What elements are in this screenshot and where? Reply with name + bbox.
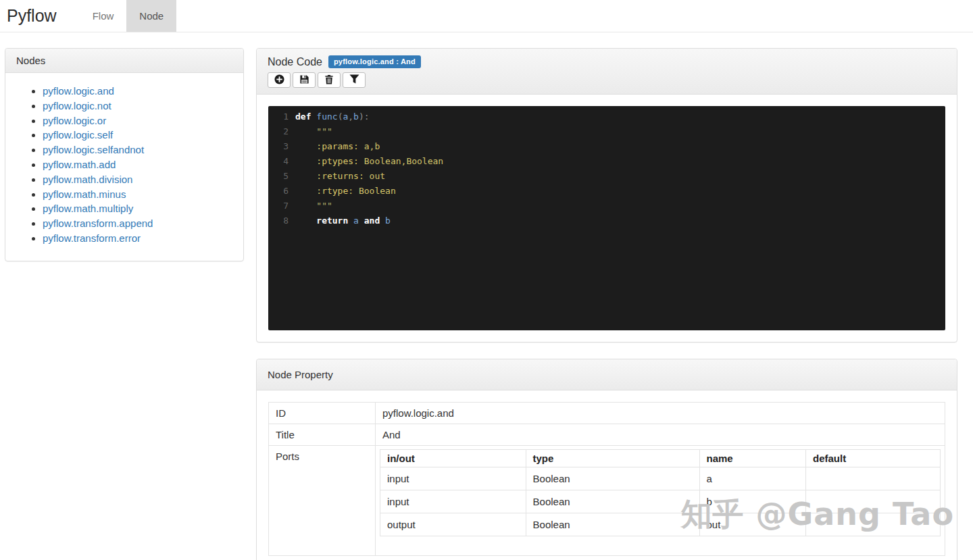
node-link[interactable]: pyflow.transform.append: [43, 218, 153, 229]
ports-row: inputBooleana: [380, 467, 941, 490]
ports-col-header: name: [699, 450, 806, 467]
ports-cell-value: output: [380, 513, 526, 536]
ports-cell-value: Boolean: [526, 490, 699, 513]
ports-col-header: type: [526, 450, 699, 467]
node-property-body: ID pyflow.logic.and Title And Ports in/o…: [257, 390, 957, 560]
code-line: 7 """: [268, 199, 945, 213]
node-code-body: 1def func(a,b):2 """3 :params: a,b4 :pty…: [257, 95, 957, 342]
code-line: 1def func(a,b):: [268, 109, 945, 124]
ports-table-head: in/outtypenamedefault: [380, 450, 941, 467]
code-editor[interactable]: 1def func(a,b):2 """3 :params: a,b4 :pty…: [268, 106, 945, 330]
node-link[interactable]: pyflow.logic.and: [43, 85, 114, 97]
main-layout: Nodes pyflow.logic.andpyflow.logic.notpy…: [0, 32, 973, 560]
line-number: 2: [268, 124, 289, 139]
node-property-title: Node Property: [257, 359, 957, 390]
code-line: 2 """: [268, 124, 945, 139]
ports-cell-value: [806, 467, 941, 490]
ports-cell: in/outtypenamedefault inputBooleanainput…: [376, 446, 945, 556]
node-id-badge: pyflow.logic.and : And: [328, 55, 421, 68]
property-table: ID pyflow.logic.and Title And Ports in/o…: [268, 402, 945, 556]
node-link[interactable]: pyflow.math.division: [43, 174, 132, 185]
node-code-title-row: Node Code pyflow.logic.and : And: [268, 55, 946, 68]
line-number: 7: [268, 199, 289, 213]
ports-table-body: inputBooleanainputBooleanboutputBooleano…: [380, 467, 941, 536]
ports-cell-value: out: [699, 513, 806, 536]
line-number: 8: [268, 213, 289, 228]
line-number: 3: [268, 139, 289, 154]
right-column: Node Code pyflow.logic.and : And: [256, 48, 957, 560]
node-link[interactable]: pyflow.math.add: [43, 159, 116, 170]
nodes-panel: Nodes pyflow.logic.andpyflow.logic.notpy…: [5, 48, 244, 261]
ports-label: Ports: [269, 446, 376, 556]
node-list-item: pyflow.transform.error: [43, 231, 233, 246]
id-value: pyflow.logic.and: [376, 403, 945, 424]
delete-button[interactable]: [318, 72, 341, 88]
line-number: 5: [268, 169, 289, 184]
property-row-id: ID pyflow.logic.and: [269, 403, 945, 424]
add-button[interactable]: [268, 72, 291, 88]
node-code-header: Node Code pyflow.logic.and : And: [257, 49, 957, 95]
code-line: 4 :ptypes: Boolean,Boolean: [268, 154, 945, 169]
ports-cell-value: b: [699, 490, 806, 513]
node-link[interactable]: pyflow.transform.error: [43, 232, 141, 244]
ports-col-header: in/out: [380, 450, 526, 467]
line-number: 6: [268, 184, 289, 199]
node-link[interactable]: pyflow.logic.selfandnot: [43, 144, 144, 155]
ports-table: in/outtypenamedefault inputBooleanainput…: [380, 449, 941, 536]
node-link[interactable]: pyflow.math.multiply: [43, 203, 133, 214]
property-row-title: Title And: [269, 424, 945, 446]
tab-node[interactable]: Node: [126, 0, 176, 32]
node-link[interactable]: pyflow.logic.or: [43, 115, 106, 126]
line-number: 4: [268, 154, 289, 169]
ports-cell-value: a: [699, 467, 806, 490]
filter-icon: [349, 74, 359, 86]
node-link[interactable]: pyflow.logic.self: [43, 129, 113, 141]
app-brand: Pyflow: [1, 0, 62, 32]
ports-cell-value: Boolean: [526, 467, 699, 490]
title-value: And: [376, 424, 945, 446]
save-button[interactable]: [293, 72, 316, 88]
node-link[interactable]: pyflow.logic.not: [43, 100, 111, 111]
node-list-item: pyflow.logic.selfandnot: [43, 143, 233, 157]
ports-cell-value: input: [380, 467, 526, 490]
nodes-list: pyflow.logic.andpyflow.logic.notpyflow.l…: [16, 84, 233, 246]
tab-flow[interactable]: Flow: [80, 0, 127, 32]
ports-row: inputBooleanb: [380, 490, 941, 513]
ports-row: outputBooleanout: [380, 513, 941, 536]
filter-button[interactable]: [343, 72, 366, 88]
ports-cell-value: [806, 490, 941, 513]
node-list-item: pyflow.math.minus: [43, 187, 233, 202]
code-line: 6 :rtype: Boolean: [268, 184, 945, 199]
save-icon: [299, 74, 309, 86]
node-link[interactable]: pyflow.math.minus: [43, 188, 126, 200]
nodes-panel-body: pyflow.logic.andpyflow.logic.notpyflow.l…: [5, 73, 243, 261]
id-label: ID: [269, 403, 376, 424]
nodes-panel-title: Nodes: [5, 49, 243, 73]
node-code-title: Node Code: [268, 56, 322, 68]
code-line: 3 :params: a,b: [268, 139, 945, 154]
code-line: 8 return a and b: [268, 213, 945, 228]
node-list-item: pyflow.math.add: [43, 157, 233, 172]
navbar: Pyflow FlowNode: [0, 0, 973, 32]
property-row-ports: Ports in/outtypenamedefault inputBoolean…: [269, 446, 945, 556]
node-list-item: pyflow.logic.self: [43, 128, 233, 143]
node-list-item: pyflow.logic.not: [43, 99, 233, 113]
ports-cell-value: [806, 513, 941, 536]
node-list-item: pyflow.logic.or: [43, 113, 233, 128]
node-list-item: pyflow.math.multiply: [43, 201, 233, 216]
code-line: 5 :returns: out: [268, 169, 945, 184]
ports-col-header: default: [806, 450, 941, 467]
node-list-item: pyflow.transform.append: [43, 216, 233, 231]
code-toolbar: [268, 72, 946, 88]
left-column: Nodes pyflow.logic.andpyflow.logic.notpy…: [5, 48, 244, 261]
trash-icon: [324, 74, 334, 86]
navbar-tabs: FlowNode: [80, 0, 177, 32]
node-list-item: pyflow.math.division: [43, 172, 233, 187]
ports-cell-value: input: [380, 490, 526, 513]
title-label: Title: [269, 424, 376, 446]
node-property-panel: Node Property ID pyflow.logic.and Title …: [256, 359, 957, 560]
line-number: 1: [268, 109, 289, 124]
ports-cell-value: Boolean: [526, 513, 699, 536]
node-list-item: pyflow.logic.and: [43, 84, 233, 99]
node-code-panel: Node Code pyflow.logic.and : And: [256, 48, 957, 342]
